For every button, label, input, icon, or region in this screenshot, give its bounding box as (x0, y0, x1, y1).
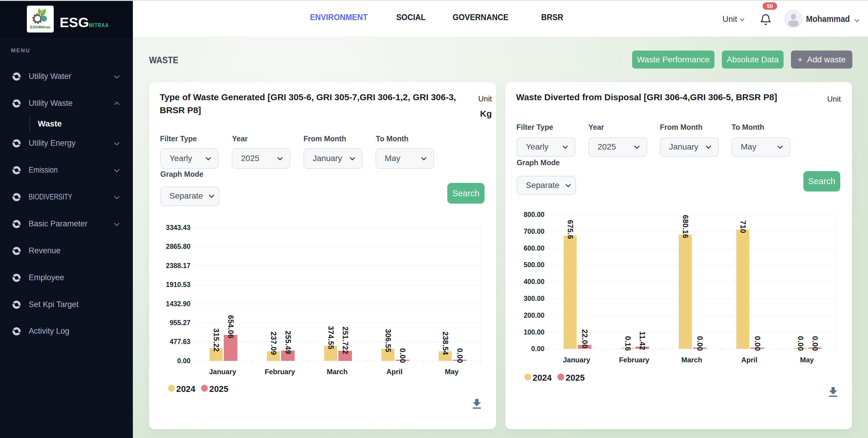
svg-text:ESGMitraa: ESGMitraa (30, 25, 51, 29)
